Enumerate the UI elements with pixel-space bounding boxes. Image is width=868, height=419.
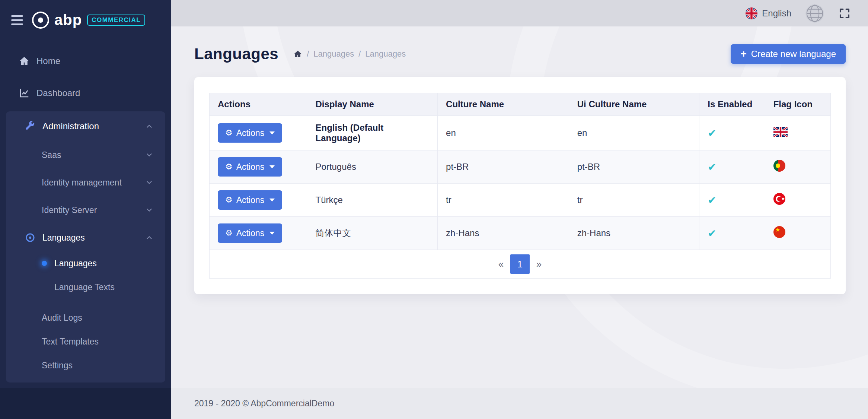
main-area: English Languages	[171, 0, 868, 419]
header-actions: Actions	[210, 93, 307, 116]
sidebar-item-settings[interactable]: Settings	[6, 353, 165, 377]
footer: 2019 - 2020 © AbpCommercialDemo	[171, 388, 868, 419]
sidebar-item-language-texts[interactable]: Language Texts	[6, 275, 165, 299]
sidebar-item-label: Language Texts	[54, 282, 115, 292]
home-icon	[18, 55, 31, 67]
sidebar-item-administration[interactable]: Administration	[6, 111, 165, 141]
copyright-text: 2019 - 2020 © AbpCommercialDemo	[194, 399, 334, 409]
culture-name-cell: en	[438, 116, 569, 150]
display-name-cell: English (Default Language)	[307, 116, 438, 150]
culture-name-cell: pt-BR	[438, 150, 569, 184]
gear-icon: ⚙	[225, 163, 233, 171]
display-name-cell: Türkçe	[307, 184, 438, 217]
table-row: ⚙ Actions Türkçe tr tr ✔ ★	[210, 184, 831, 217]
sidebar-item-languages[interactable]: Languages	[6, 224, 165, 251]
header-is-enabled: Is Enabled	[699, 93, 765, 116]
table-row: ⚙ Actions English (Default Language) en …	[210, 116, 831, 150]
actions-dropdown-button[interactable]: ⚙ Actions	[218, 123, 282, 143]
pagination-prev-button[interactable]: «	[492, 254, 510, 274]
gear-icon: ⚙	[225, 196, 233, 204]
breadcrumb-item-languages[interactable]: Languages	[313, 49, 354, 59]
chevron-down-icon	[145, 151, 153, 159]
ui-culture-name-cell: en	[569, 116, 699, 150]
flag-united-kingdom-icon	[773, 127, 788, 137]
table-row: ⚙ Actions Português pt-BR pt-BR ✔	[210, 150, 831, 184]
administration-group: Administration Saas Identity management	[6, 111, 165, 383]
actions-dropdown-button[interactable]: ⚙ Actions	[218, 223, 282, 243]
gear-icon: ⚙	[225, 229, 233, 237]
sidebar-item-languages-child[interactable]: Languages	[6, 251, 165, 275]
enabled-check-icon: ✔	[708, 227, 716, 239]
uk-flag-icon	[746, 7, 757, 19]
sidebar-item-audit-logs[interactable]: Audit Logs	[6, 306, 165, 330]
actions-dropdown-button[interactable]: ⚙ Actions	[218, 157, 282, 177]
display-name-cell: 简体中文	[307, 217, 438, 250]
sidebar-footer-strip	[0, 388, 171, 419]
culture-name-cell: zh-Hans	[438, 217, 569, 250]
pagination-page-1-button[interactable]: 1	[510, 254, 530, 274]
actions-button-label: Actions	[236, 195, 264, 205]
flag-china-icon: ★	[773, 226, 785, 238]
table-row: ⚙ Actions 简体中文 zh-Hans zh-Hans ✔ ★	[210, 217, 831, 250]
sidebar-item-saas[interactable]: Saas	[6, 141, 165, 169]
actions-dropdown-button[interactable]: ⚙ Actions	[218, 190, 282, 210]
bullet-spacer	[42, 285, 47, 290]
caret-down-icon	[269, 232, 275, 235]
chevron-up-icon	[145, 234, 153, 242]
sidebar-item-dashboard[interactable]: Dashboard	[0, 77, 171, 109]
sidebar-item-identity-server[interactable]: Identity Server	[6, 196, 165, 224]
caret-down-icon	[269, 165, 275, 168]
sidebar-item-label: Languages	[42, 233, 85, 243]
language-selector[interactable]: English	[746, 7, 791, 19]
dashboard-chart-icon	[18, 88, 31, 99]
sidebar-item-home[interactable]: Home	[0, 45, 171, 77]
language-label: English	[762, 8, 791, 19]
sidebar-item-text-templates[interactable]: Text Templates	[6, 330, 165, 353]
page-header: Languages / Languages / Languages + Crea…	[194, 44, 846, 64]
page-title: Languages	[194, 45, 278, 63]
ui-culture-name-cell: tr	[569, 184, 699, 217]
pagination-next-button[interactable]: »	[530, 254, 548, 274]
sidebar-header: abp COMMERCIAL	[0, 0, 171, 40]
sidebar-item-label: Languages	[54, 258, 97, 269]
culture-name-cell: tr	[438, 184, 569, 217]
user-avatar[interactable]	[805, 4, 824, 23]
sidebar-menu: Home Dashboard Administration	[0, 40, 171, 388]
chevron-down-icon	[145, 206, 153, 214]
menu-toggle-icon[interactable]	[11, 15, 23, 25]
breadcrumb-item-languages-2[interactable]: Languages	[365, 49, 406, 59]
breadcrumb-home-icon[interactable]	[293, 50, 302, 58]
brand-logo[interactable]: abp COMMERCIAL	[32, 12, 145, 29]
sidebar-item-label: Text Templates	[42, 337, 99, 347]
brand-badge: COMMERCIAL	[87, 15, 145, 26]
ui-culture-name-cell: zh-Hans	[569, 217, 699, 250]
sidebar-item-label: Home	[36, 56, 60, 66]
circle-dot-icon	[24, 232, 36, 243]
enabled-check-icon: ✔	[708, 194, 716, 206]
create-new-language-button[interactable]: + Create new language	[731, 44, 846, 64]
actions-button-label: Actions	[236, 128, 264, 138]
chevron-down-icon	[145, 178, 153, 187]
languages-card: Actions Display Name Culture Name Ui Cul…	[194, 77, 846, 294]
display-name-cell: Português	[307, 150, 438, 184]
flag-portugal-icon	[773, 160, 785, 172]
header-ui-culture-name: Ui Culture Name	[569, 93, 699, 116]
sidebar-item-identity-management[interactable]: Identity management	[6, 169, 165, 196]
caret-down-icon	[269, 131, 275, 134]
enabled-check-icon: ✔	[708, 127, 716, 139]
table-header-row: Actions Display Name Culture Name Ui Cul…	[210, 93, 831, 116]
chevron-up-icon	[145, 122, 153, 130]
breadcrumb-separator: /	[307, 49, 309, 59]
header-flag-icon: Flag Icon	[765, 93, 830, 116]
sidebar-item-label: Identity Server	[42, 205, 97, 215]
sidebar: abp COMMERCIAL Home Dashboard	[0, 0, 171, 419]
fullscreen-icon[interactable]	[838, 7, 851, 20]
sidebar-item-label: Identity management	[42, 178, 122, 188]
gear-icon: ⚙	[225, 129, 233, 137]
content: Languages / Languages / Languages + Crea…	[171, 26, 868, 388]
topbar: English	[171, 0, 868, 26]
active-bullet-icon	[42, 261, 47, 266]
header-culture-name: Culture Name	[438, 93, 569, 116]
actions-button-label: Actions	[236, 228, 264, 238]
wrench-icon	[24, 121, 36, 132]
